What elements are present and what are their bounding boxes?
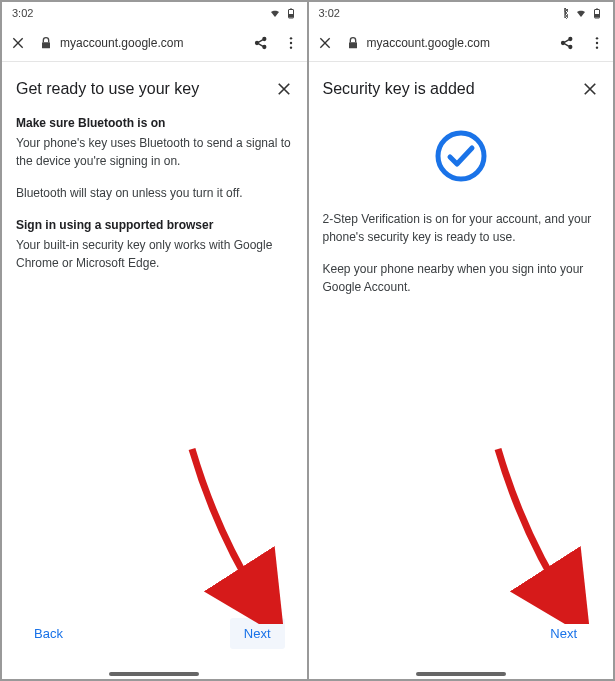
heading-browser: Sign in using a supported browser [16,216,293,234]
svg-point-7 [289,37,291,39]
battery-icon [591,7,603,19]
status-icons [269,7,297,19]
svg-point-17 [596,37,598,39]
annotation-arrow [177,444,287,624]
battery-icon [285,7,297,19]
page-content: Get ready to use your key Make sure Blue… [2,62,307,679]
status-time: 3:02 [12,7,33,19]
status-icons [559,7,603,19]
annotation-arrow [483,444,593,624]
close-icon[interactable] [10,35,26,51]
body-bluetooth-note: Bluetooth will stay on unless you turn i… [16,184,293,202]
success-hero [323,128,600,188]
url-text: myaccount.google.com [60,36,183,50]
svg-point-9 [289,46,291,48]
svg-point-5 [262,37,265,40]
more-icon[interactable] [283,35,299,51]
next-button[interactable]: Next [536,618,591,649]
nav-handle[interactable] [416,672,506,676]
back-button[interactable]: Back [20,618,77,649]
svg-point-15 [569,37,572,40]
page-content: Security key is added 2-Step Verificatio… [309,62,614,679]
footer-actions: Back Next [16,610,293,667]
share-icon[interactable] [253,35,269,51]
dialog-close-icon[interactable] [581,80,599,98]
url-bar[interactable]: myaccount.google.com [38,35,241,51]
url-bar[interactable]: myaccount.google.com [345,35,548,51]
svg-rect-1 [290,9,292,10]
status-bar: 3:02 [2,2,307,24]
lock-icon [345,35,361,51]
svg-rect-11 [596,9,598,10]
svg-point-8 [289,41,291,43]
screen-key-added: 3:02 myaccount.google.com Security key i… [309,2,614,679]
svg-point-14 [562,41,565,44]
body-browser: Your built-in security key only works wi… [16,236,293,272]
footer-actions: Next [323,610,600,667]
url-text: myaccount.google.com [367,36,490,50]
svg-point-6 [262,45,265,48]
svg-point-18 [596,41,598,43]
svg-rect-13 [349,42,357,48]
lock-icon [38,35,54,51]
screen-get-ready: 3:02 myaccount.google.com Get ready to u… [2,2,307,679]
svg-rect-3 [42,42,50,48]
dialog-close-icon[interactable] [275,80,293,98]
close-icon[interactable] [317,35,333,51]
body-bluetooth: Your phone's key uses Bluetooth to send … [16,134,293,170]
page-title: Security key is added [323,80,475,98]
svg-point-20 [438,133,484,179]
svg-point-19 [596,46,598,48]
nav-handle[interactable] [109,672,199,676]
browser-bar: myaccount.google.com [2,24,307,62]
browser-bar: myaccount.google.com [309,24,614,62]
status-time: 3:02 [319,7,340,19]
svg-point-4 [255,41,258,44]
svg-rect-2 [289,14,293,18]
page-title: Get ready to use your key [16,80,199,98]
body-verified: 2-Step Verification is on for your accou… [323,210,600,246]
svg-point-16 [569,45,572,48]
bluetooth-icon [559,7,571,19]
next-button[interactable]: Next [230,618,285,649]
body-nearby: Keep your phone nearby when you sign int… [323,260,600,296]
heading-bluetooth: Make sure Bluetooth is on [16,114,293,132]
svg-rect-12 [595,14,599,18]
more-icon[interactable] [589,35,605,51]
wifi-icon [575,7,587,19]
share-icon[interactable] [559,35,575,51]
wifi-icon [269,7,281,19]
checkmark-icon [433,128,489,184]
status-bar: 3:02 [309,2,614,24]
